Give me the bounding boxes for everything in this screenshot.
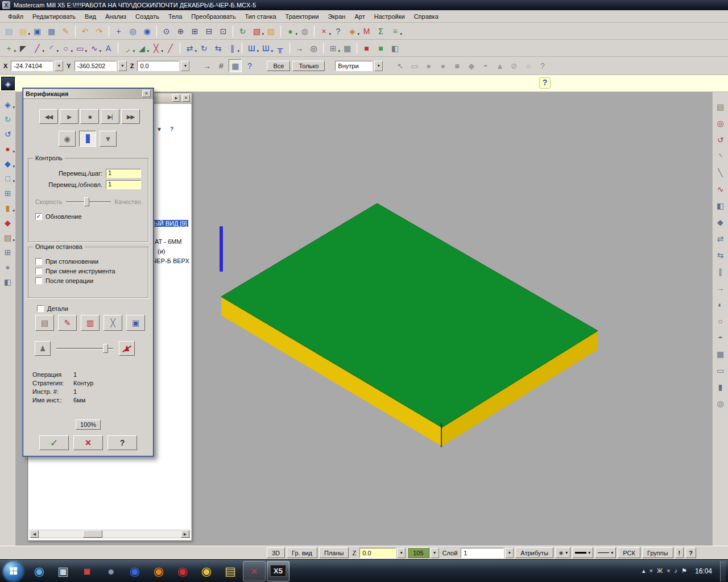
verify-stl-compare-icon[interactable]: ▤ <box>35 315 54 331</box>
tray-action-center[interactable]: ⚑ <box>681 567 687 575</box>
xform-tools-icon[interactable]: ⇄ <box>714 232 727 245</box>
stop-option-1-checkbox[interactable] <box>35 268 42 275</box>
entity-color-icon[interactable]: ■ <box>360 41 373 55</box>
save-icon[interactable]: ▣ <box>31 24 44 38</box>
divide-icon[interactable]: ╱ <box>164 41 177 55</box>
layer-combo-icon[interactable]: ▾ <box>505 548 514 558</box>
groups-button[interactable]: Группы <box>642 547 673 558</box>
verify-rewind-button[interactable]: ◀◀ <box>39 109 58 124</box>
new-file-icon[interactable]: ▤ <box>2 24 15 38</box>
taskbar-wmp[interactable]: ◉ <box>28 561 51 581</box>
menu-view[interactable]: Вид <box>80 11 101 22</box>
wcs-button[interactable]: РСК <box>618 547 640 558</box>
oval-tools-icon[interactable]: ◓ <box>714 331 727 344</box>
tool-slider-thumb[interactable] <box>103 344 108 353</box>
menu-create[interactable]: Создать <box>131 11 164 22</box>
gview-select-icon[interactable]: ◈▾ <box>346 24 359 38</box>
scroll-left-icon[interactable]: ◀ <box>30 530 39 538</box>
project-tools-icon[interactable]: → <box>714 281 727 294</box>
show-desktop-button[interactable] <box>720 561 726 581</box>
update-checkbox[interactable]: ✓ <box>35 213 42 220</box>
z-depth-field[interactable]: 0.0 <box>359 548 396 558</box>
planes-manager-icon[interactable]: ◧ <box>1 275 14 288</box>
z-axis-label[interactable]: Z <box>129 63 135 69</box>
verify-field-input-1[interactable]: 1 <box>106 180 141 189</box>
taskbar-notebook[interactable]: ▤ <box>219 561 242 581</box>
taskbar-player[interactable]: ◉ <box>123 561 146 581</box>
attributes-button[interactable]: Атрибуты <box>515 547 553 558</box>
input-coordinate-icon[interactable]: # <box>214 59 228 72</box>
ops-help-icon[interactable]: ? <box>167 124 176 134</box>
z-combo-arrow-icon[interactable]: ▾ <box>181 61 189 71</box>
verify-stop-button[interactable]: ■ <box>80 109 99 124</box>
ops-tree-item-1[interactable]: АТ - 6ММ <box>155 238 181 245</box>
select-arrow-icon[interactable]: ◤ <box>16 41 30 55</box>
fast-point-icon[interactable]: → <box>200 59 213 72</box>
toolpath-contour-icon[interactable]: Ш▾ <box>245 41 258 55</box>
delete-entity-icon[interactable]: ×▾ <box>317 24 330 38</box>
line-tools-icon[interactable]: ╲ <box>714 166 727 179</box>
zoom-out-icon[interactable]: ⊟ <box>202 24 216 38</box>
stock-model-icon[interactable]: ◆ <box>1 216 14 229</box>
surface-tools-icon[interactable]: ◧ <box>714 199 727 212</box>
details-checkbox[interactable] <box>37 305 44 312</box>
repaint-icon[interactable]: ↻ <box>236 24 249 38</box>
menu-screen[interactable]: Экран <box>323 11 350 22</box>
grid-view-icon[interactable]: ⊞ <box>1 246 14 259</box>
create-line-icon[interactable]: ╱▾ <box>31 41 44 55</box>
zoom-in-icon[interactable]: ⊞ <box>188 24 201 38</box>
taskbar-mastercam[interactable]: × <box>243 561 266 581</box>
block-tools-icon[interactable]: ▦ <box>714 347 727 360</box>
start-button[interactable] <box>3 562 23 581</box>
menu-solids[interactable]: Тела <box>164 11 187 22</box>
y-combo-arrow-icon[interactable]: ▾ <box>118 61 127 71</box>
select-cube-icon[interactable]: ■ <box>450 59 464 72</box>
ref-point-icon[interactable]: ◎ <box>307 41 320 55</box>
verify-fast-forward-button[interactable]: ▶▶ <box>121 109 140 124</box>
stop-option-0-row[interactable]: При столкновении <box>35 258 148 265</box>
gview-top-icon[interactable]: ⊞ <box>1 186 14 199</box>
solid-tools-icon[interactable]: ◆ <box>714 215 727 228</box>
slot-tools-icon[interactable]: ▭ <box>714 364 727 377</box>
verify-play-button[interactable]: ▶ <box>60 109 78 124</box>
arc-tools-icon[interactable]: ◝ <box>714 149 727 163</box>
machine-def-icon[interactable]: M <box>360 24 373 38</box>
layer-field[interactable]: 1 <box>461 548 504 558</box>
menu-art[interactable]: Арт <box>350 11 369 22</box>
select-sphere-alt-icon[interactable]: ● <box>436 59 449 72</box>
mirror-tools-icon[interactable]: ⇆ <box>714 248 727 261</box>
ops-dropdown-icon[interactable]: ▼ <box>155 124 164 134</box>
undo-icon[interactable]: ↶ <box>78 24 92 38</box>
cancel-button[interactable]: × <box>73 435 103 450</box>
sphere-view-icon[interactable]: ● <box>1 260 14 273</box>
toolpath-drill-icon[interactable]: ╥ <box>274 41 287 55</box>
gview-fit-icon[interactable]: ●▾ <box>1 142 14 155</box>
verify-histogram-icon[interactable]: ▥ <box>81 315 100 331</box>
open-file-icon[interactable]: ▤▾ <box>16 24 30 38</box>
tray-language[interactable]: Ж <box>657 567 663 575</box>
stop-option-2-checkbox[interactable] <box>35 277 42 284</box>
menu-settings[interactable]: Настройки <box>370 11 410 22</box>
gview-button[interactable]: Гр. вид <box>287 547 317 558</box>
prompt-help-icon[interactable]: ? <box>539 77 551 89</box>
speed-slider-track[interactable] <box>66 201 111 203</box>
chamfer-icon[interactable]: ◢▾ <box>135 41 148 55</box>
verify-turbo-button[interactable]: ◉ <box>59 131 76 147</box>
gview-iso-icon[interactable]: ◆▾ <box>1 157 14 170</box>
taskbar-clock[interactable]: 16:04 <box>692 567 715 575</box>
y-coordinate-field[interactable]: -360.5202 <box>75 61 117 71</box>
zoom-window-icon[interactable]: ⊙ <box>160 24 173 38</box>
analyze-entity-icon[interactable]: + <box>112 24 125 38</box>
color-combo-icon[interactable]: ▾ <box>431 548 439 558</box>
taskbar-firefox[interactable]: ◉ <box>147 561 170 581</box>
curve-tools-icon[interactable]: ∿ <box>714 182 727 196</box>
details-row[interactable]: Детали <box>37 305 68 312</box>
tray-hidden-icons[interactable]: ▴ <box>642 567 646 575</box>
verify-dialog-titlebar[interactable]: Верификация × <box>23 89 153 99</box>
verify-save-stock-icon[interactable]: ▣ <box>126 315 145 331</box>
scrollbar-thumb[interactable] <box>83 530 102 538</box>
verify-stock-display-button[interactable] <box>79 131 96 147</box>
blank-screen-icon[interactable]: ▧▾ <box>250 24 263 38</box>
post-process-icon[interactable]: Σ <box>374 24 387 38</box>
x-combo-arrow-icon[interactable]: ▾ <box>55 61 63 71</box>
